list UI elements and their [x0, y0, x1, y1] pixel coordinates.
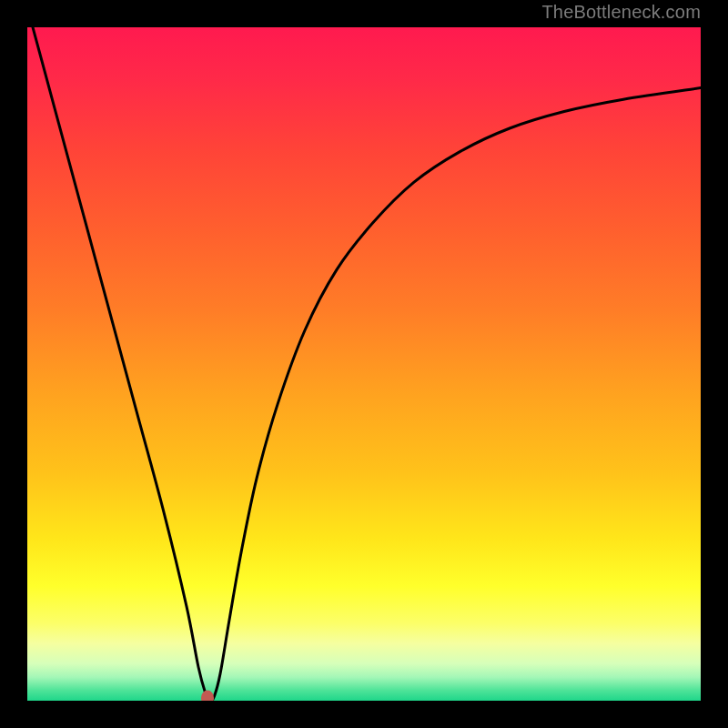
chart-stage: TheBottleneck.com [0, 0, 728, 728]
watermark-text: TheBottleneck.com [541, 2, 701, 23]
bottleneck-curve [27, 27, 701, 701]
optimum-marker [201, 691, 214, 702]
plot-area [27, 27, 701, 701]
curve-layer [27, 27, 701, 701]
